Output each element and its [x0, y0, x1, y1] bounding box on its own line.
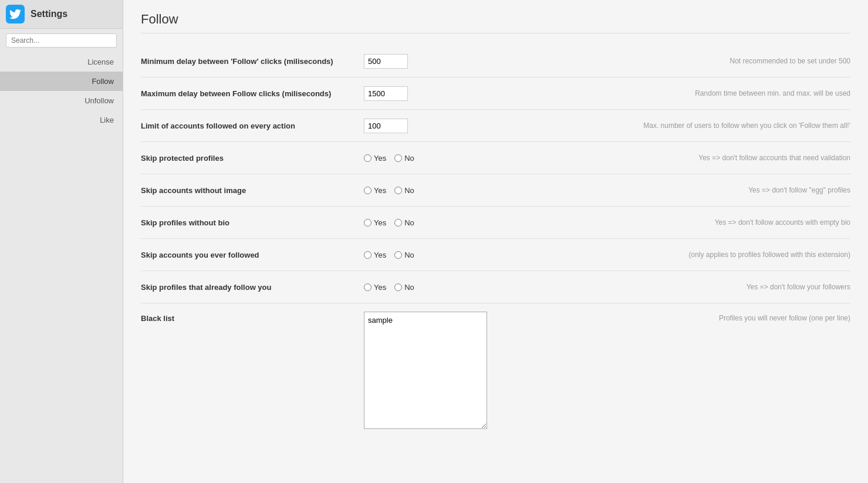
sidebar-item-license[interactable]: License: [0, 52, 123, 72]
skip-no-image-hint: Yes => don't follow "egg" profiles: [481, 186, 850, 194]
skip-ever-followed-no-option[interactable]: No: [394, 251, 414, 259]
max-delay-control: [364, 86, 481, 101]
skip-followers-no-radio[interactable]: [394, 283, 402, 291]
skip-protected-yes-option[interactable]: Yes: [364, 154, 386, 163]
max-delay-hint: Random time between min. and max. will b…: [481, 89, 850, 97]
blacklist-label: Black list: [141, 312, 364, 323]
skip-protected-no-label: No: [404, 154, 414, 163]
limit-hint: Max. number of users to follow when you …: [481, 121, 850, 130]
sidebar-item-like[interactable]: Like: [0, 110, 123, 130]
sidebar-title: Settings: [31, 9, 67, 19]
skip-no-image-control: Yes No: [364, 186, 481, 195]
limit-input[interactable]: [364, 119, 408, 133]
blacklist-control: sample: [364, 312, 481, 431]
sidebar-item-unfollow[interactable]: Unfollow: [0, 91, 123, 110]
min-delay-control: [364, 54, 481, 69]
search-input[interactable]: [6, 33, 117, 48]
skip-no-bio-no-option[interactable]: No: [394, 218, 414, 227]
skip-followers-label: Skip profiles that already follow you: [141, 283, 364, 292]
skip-no-image-no-label: No: [404, 186, 414, 195]
skip-ever-followed-no-radio[interactable]: [394, 251, 402, 259]
max-delay-row: Maximum delay between Follow clicks (mil…: [141, 77, 850, 110]
skip-protected-control: Yes No: [364, 154, 481, 163]
skip-no-image-row: Skip accounts without image Yes No Yes =…: [141, 174, 850, 207]
blacklist-row: Black list sample Profiles you will neve…: [141, 303, 850, 439]
sidebar-item-follow[interactable]: Follow: [0, 72, 123, 91]
skip-ever-followed-label: Skip accounts you ever followed: [141, 251, 364, 259]
blacklist-hint: Profiles you will never follow (one per …: [481, 312, 850, 322]
skip-no-bio-yes-radio[interactable]: [364, 219, 371, 227]
skip-protected-yes-radio[interactable]: [364, 154, 371, 162]
skip-ever-followed-yes-label: Yes: [374, 251, 386, 259]
skip-followers-yes-option[interactable]: Yes: [364, 283, 386, 292]
skip-followers-no-option[interactable]: No: [394, 283, 414, 292]
twitter-logo-icon: [6, 5, 25, 23]
page-title: Follow: [141, 12, 850, 33]
skip-no-bio-yes-option[interactable]: Yes: [364, 218, 386, 227]
limit-row: Limit of accounts followed on every acti…: [141, 110, 850, 142]
skip-ever-followed-no-label: No: [404, 251, 414, 259]
skip-no-bio-hint: Yes => don't follow accounts with empty …: [481, 218, 850, 227]
skip-ever-followed-hint: (only applies to profiles followed with …: [481, 251, 850, 259]
skip-protected-yes-label: Yes: [374, 154, 386, 163]
skip-ever-followed-yes-option[interactable]: Yes: [364, 251, 386, 259]
skip-followers-control: Yes No: [364, 283, 481, 292]
skip-protected-hint: Yes => don't follow accounts that need v…: [481, 154, 850, 162]
blacklist-textarea[interactable]: sample: [364, 312, 487, 429]
skip-no-image-no-option[interactable]: No: [394, 186, 414, 195]
min-delay-input[interactable]: [364, 54, 408, 69]
skip-protected-no-radio[interactable]: [394, 154, 402, 162]
max-delay-input[interactable]: [364, 86, 408, 101]
skip-no-image-yes-label: Yes: [374, 186, 386, 195]
skip-followers-no-label: No: [404, 283, 414, 292]
skip-ever-followed-yes-radio[interactable]: [364, 251, 371, 259]
min-delay-hint: Not recommended to be set under 500: [481, 57, 850, 65]
skip-no-bio-no-radio[interactable]: [394, 219, 402, 227]
max-delay-label: Maximum delay between Follow clicks (mil…: [141, 89, 364, 98]
skip-no-image-yes-option[interactable]: Yes: [364, 186, 386, 195]
skip-no-image-label: Skip accounts without image: [141, 186, 364, 195]
skip-no-bio-label: Skip profiles without bio: [141, 218, 364, 227]
sidebar: Settings License Follow Unfollow Like: [0, 0, 123, 483]
skip-followers-row: Skip profiles that already follow you Ye…: [141, 271, 850, 303]
main-content: Follow Minimum delay between 'Follow' cl…: [123, 0, 868, 483]
limit-label: Limit of accounts followed on every acti…: [141, 121, 364, 130]
skip-no-bio-yes-label: Yes: [374, 218, 386, 227]
sidebar-header: Settings: [0, 0, 123, 29]
skip-no-image-yes-radio[interactable]: [364, 187, 371, 194]
skip-protected-row: Skip protected profiles Yes No Yes => do…: [141, 142, 850, 174]
min-delay-row: Minimum delay between 'Follow' clicks (m…: [141, 45, 850, 77]
skip-followers-hint: Yes => don't follow your followers: [481, 283, 850, 291]
skip-protected-no-option[interactable]: No: [394, 154, 414, 163]
skip-protected-label: Skip protected profiles: [141, 154, 364, 163]
skip-ever-followed-row: Skip accounts you ever followed Yes No (…: [141, 239, 850, 271]
skip-followers-yes-radio[interactable]: [364, 283, 371, 291]
skip-ever-followed-control: Yes No: [364, 251, 481, 259]
min-delay-label: Minimum delay between 'Follow' clicks (m…: [141, 57, 364, 66]
skip-no-bio-row: Skip profiles without bio Yes No Yes => …: [141, 207, 850, 239]
skip-followers-yes-label: Yes: [374, 283, 386, 292]
skip-no-bio-no-label: No: [404, 218, 414, 227]
limit-control: [364, 119, 481, 133]
skip-no-bio-control: Yes No: [364, 218, 481, 227]
skip-no-image-no-radio[interactable]: [394, 187, 402, 194]
